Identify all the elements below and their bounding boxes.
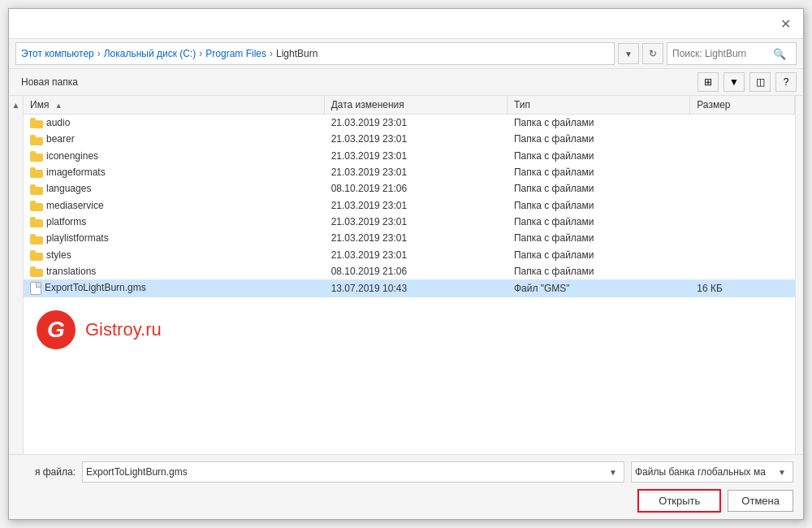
file-name: iconengines <box>46 150 98 162</box>
view-pane-button[interactable]: ◫ <box>749 72 771 92</box>
file-date: 21.03.2019 23:01 <box>324 230 507 246</box>
breadcrumb[interactable]: Этот компьютер › Локальный диск (C:) › P… <box>15 42 615 65</box>
file-size <box>690 214 795 230</box>
table-row[interactable]: imageformats21.03.2019 23:01Папка с файл… <box>24 164 795 180</box>
col-header-date[interactable]: Дата изменения <box>324 96 507 115</box>
file-name: mediaservice <box>46 200 104 211</box>
folder-icon <box>30 217 43 227</box>
table-row[interactable]: platforms21.03.2019 23:01Папка с файлами <box>24 214 795 230</box>
breadcrumb-programfiles[interactable]: Program Files <box>205 48 266 59</box>
col-header-type[interactable]: Тип <box>507 96 689 115</box>
folder-icon <box>30 118 43 128</box>
buttons-row: Открыть Отмена <box>19 489 793 513</box>
col-header-size[interactable]: Размер <box>690 96 795 115</box>
file-date: 21.03.2019 23:01 <box>324 247 507 263</box>
close-button[interactable]: ✕ <box>777 15 793 32</box>
view-list-icon: ▼ <box>729 76 739 88</box>
folder-icon <box>30 167 43 178</box>
search-box[interactable]: 🔍 <box>667 42 797 65</box>
filetype-dropdown-icon[interactable]: ▼ <box>775 466 789 478</box>
sort-arrow: ▲ <box>55 102 63 110</box>
scroll-up-arrow[interactable]: ▲ <box>11 99 22 111</box>
file-date: 21.03.2019 23:01 <box>324 164 507 180</box>
left-panel: ▲ <box>9 96 24 454</box>
file-name: platforms <box>46 216 86 227</box>
refresh-button[interactable]: ↻ <box>642 43 663 64</box>
file-type: Папка с файлами <box>507 115 689 132</box>
filename-row: я файла: ▼ Файлы банка глобальных ма ▼ <box>19 461 793 483</box>
search-input[interactable] <box>672 48 770 59</box>
breadcrumb-drive[interactable]: Локальный диск (C:) <box>104 48 197 59</box>
table-row[interactable]: mediaservice21.03.2019 23:01Папка с файл… <box>24 197 795 214</box>
view-icon: ⊞ <box>704 76 712 88</box>
folder-icon <box>30 135 43 145</box>
breadcrumb-computer[interactable]: Этот компьютер <box>21 48 94 59</box>
title-bar: ✕ <box>9 9 803 39</box>
folder-icon <box>30 201 43 211</box>
file-type: Папка с файлами <box>507 180 689 197</box>
file-type: Папка с файлами <box>507 131 689 147</box>
filename-dropdown-icon[interactable]: ▼ <box>606 466 620 478</box>
file-name: languages <box>46 183 91 194</box>
view-list-button[interactable]: ▼ <box>723 72 745 92</box>
file-date: 21.03.2019 23:01 <box>324 214 507 230</box>
file-date: 21.03.2019 23:01 <box>324 115 507 132</box>
bottom-bar: я файла: ▼ Файлы банка глобальных ма ▼ О… <box>9 454 803 519</box>
file-type: Папка с файлами <box>507 164 689 180</box>
table-row[interactable]: playlistformats21.03.2019 23:01Папка с ф… <box>24 230 795 246</box>
file-table: Имя ▲ Дата изменения Тип Размер <box>24 96 795 297</box>
file-type: Папка с файлами <box>507 214 689 230</box>
table-row[interactable]: languages08.10.2019 21:06Папка с файлами <box>24 180 795 197</box>
new-folder-button[interactable]: Новая папка <box>15 73 84 91</box>
help-icon: ? <box>784 76 789 88</box>
file-size <box>690 115 795 132</box>
folder-icon <box>30 234 43 245</box>
file-date: 08.10.2019 21:06 <box>324 180 507 197</box>
folder-icon <box>30 151 43 162</box>
table-row[interactable]: translations08.10.2019 21:06Папка с файл… <box>24 263 795 279</box>
filetype-label: Файлы банка глобальных ма <box>635 466 775 478</box>
file-size <box>690 180 795 197</box>
file-name: translations <box>46 266 96 277</box>
filename-input-wrap[interactable]: ▼ <box>82 461 624 483</box>
file-list-area[interactable]: Имя ▲ Дата изменения Тип Размер <box>24 96 795 454</box>
filetype-select[interactable]: Файлы банка глобальных ма ▼ <box>631 461 793 483</box>
watermark-text: Gistroy.ru <box>85 319 162 340</box>
file-type: Файл "GMS" <box>507 279 689 297</box>
file-size <box>690 164 795 180</box>
file-name: playlistformats <box>46 232 109 244</box>
open-button[interactable]: Открыть <box>637 489 721 513</box>
help-button[interactable]: ? <box>775 72 797 92</box>
address-dropdown-button[interactable]: ▼ <box>618 43 639 64</box>
file-type: Папка с файлами <box>507 230 689 246</box>
scrollbar[interactable] <box>795 96 803 454</box>
file-type: Папка с файлами <box>507 197 689 214</box>
view-toggle-button[interactable]: ⊞ <box>698 72 719 92</box>
watermark-logo: G <box>37 310 76 349</box>
search-icon[interactable]: 🔍 <box>773 48 786 60</box>
file-name: ExportToLightBurn.gms <box>45 282 146 293</box>
file-date: 08.10.2019 21:06 <box>324 263 507 279</box>
file-dialog: ✕ Этот компьютер › Локальный диск (C:) ›… <box>8 8 804 520</box>
file-date: 21.03.2019 23:01 <box>324 197 507 214</box>
col-header-name[interactable]: Имя ▲ <box>24 96 324 115</box>
table-row[interactable]: audio21.03.2019 23:01Папка с файлами <box>24 115 795 132</box>
cancel-button[interactable]: Отмена <box>728 490 793 512</box>
table-row[interactable]: iconengines21.03.2019 23:01Папка с файла… <box>24 148 795 164</box>
file-date: 13.07.2019 10:43 <box>324 279 507 297</box>
file-size <box>690 263 795 279</box>
filename-input[interactable] <box>86 466 606 478</box>
file-size <box>690 131 795 147</box>
file-date: 21.03.2019 23:01 <box>324 131 507 147</box>
table-row[interactable]: bearer21.03.2019 23:01Папка с файлами <box>24 131 795 147</box>
table-row[interactable]: ExportToLightBurn.gms13.07.2019 10:43Фай… <box>24 279 795 297</box>
table-row[interactable]: styles21.03.2019 23:01Папка с файлами <box>24 247 795 263</box>
address-bar: Этот компьютер › Локальный диск (C:) › P… <box>9 39 803 69</box>
folder-icon <box>30 250 43 261</box>
file-size: 16 КБ <box>690 279 795 297</box>
folder-icon <box>30 266 43 277</box>
file-type: Папка с файлами <box>507 263 689 279</box>
file-size <box>690 148 795 164</box>
main-area: ▲ Имя ▲ Дата изменения Тип <box>9 96 803 454</box>
file-size <box>690 230 795 246</box>
